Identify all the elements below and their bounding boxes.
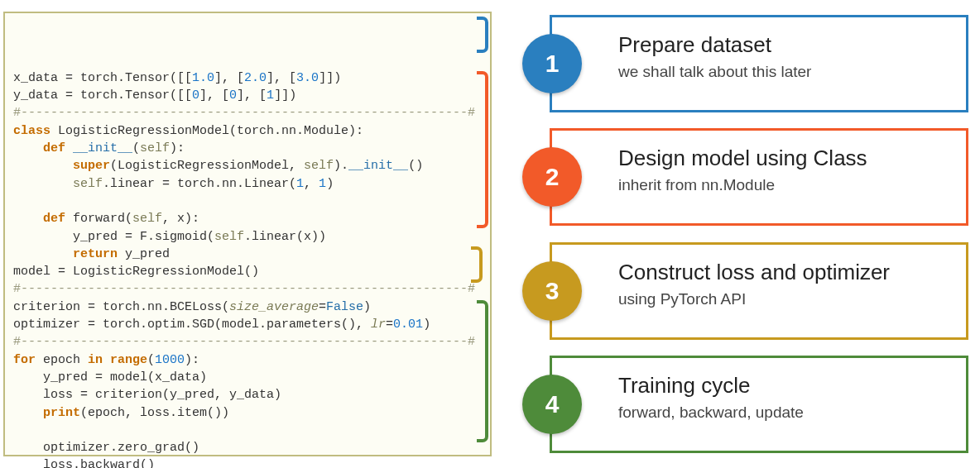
code-line: self.linear = torch.nn.Linear(1, 1) bbox=[13, 175, 483, 193]
step-prepare-dataset: 1 Prepare dataset we shall talk about th… bbox=[550, 15, 968, 112]
step-badge: 1 bbox=[522, 34, 582, 93]
code-line: for epoch in range(1000): bbox=[13, 351, 483, 369]
step-loss-optimizer: 3 Construct loss and optimizer using PyT… bbox=[550, 242, 968, 340]
code-line: optimizer.zero_grad() bbox=[13, 439, 483, 456]
step-badge: 4 bbox=[522, 375, 582, 434]
code-line: y_data = torch.Tensor([[0], [0], [1]]) bbox=[13, 87, 483, 104]
code-bracket bbox=[477, 17, 488, 53]
code-line: model = LogisticRegressionModel() bbox=[13, 263, 483, 280]
layout: x_data = torch.Tensor([[1.0], [2.0], [3.… bbox=[0, 0, 980, 468]
step-badge: 3 bbox=[522, 261, 582, 321]
code-line: y_pred = F.sigmoid(self.linear(x)) bbox=[13, 228, 483, 246]
code-line: print(epoch, loss.item()) bbox=[13, 404, 483, 422]
step-number: 2 bbox=[545, 163, 560, 191]
code-line: loss.backward() bbox=[13, 456, 483, 468]
code-line: y_pred = model(x_data) bbox=[13, 369, 483, 386]
code-line: super(LogisticRegressionModel, self).__i… bbox=[13, 157, 483, 174]
code-separator: #---------------------------------------… bbox=[13, 280, 483, 298]
step-title: Prepare dataset bbox=[618, 32, 953, 58]
step-subtitle: forward, backward, update bbox=[618, 404, 953, 422]
step-design-model: 2 Design model using Class inherit from … bbox=[550, 128, 968, 226]
code-separator: #---------------------------------------… bbox=[13, 104, 483, 122]
code-line bbox=[13, 422, 483, 439]
code-line bbox=[13, 193, 483, 210]
step-subtitle: inherit from nn.Module bbox=[618, 176, 953, 194]
step-title: Training cycle bbox=[618, 373, 953, 399]
steps-column: 1 Prepare dataset we shall talk about th… bbox=[492, 12, 970, 456]
step-title: Design model using Class bbox=[618, 146, 953, 171]
step-number: 3 bbox=[545, 277, 560, 305]
code-line: loss = criterion(y_pred, y_data) bbox=[13, 386, 483, 404]
code-line: def __init__(self): bbox=[13, 140, 483, 157]
code-separator: #---------------------------------------… bbox=[13, 333, 483, 351]
step-number: 4 bbox=[545, 390, 560, 418]
code-line: class LogisticRegressionModel(torch.nn.M… bbox=[13, 122, 483, 140]
code-line: def forward(self, x): bbox=[13, 210, 483, 227]
code-line: optimizer = torch.optim.SGD(model.parame… bbox=[13, 316, 483, 333]
code-line: return y_pred bbox=[13, 246, 483, 263]
step-title: Construct loss and optimizer bbox=[618, 260, 953, 285]
code-panel: x_data = torch.Tensor([[1.0], [2.0], [3.… bbox=[3, 12, 492, 456]
step-subtitle: we shall talk about this later bbox=[618, 63, 953, 81]
code-line: criterion = torch.nn.BCELoss(size_averag… bbox=[13, 298, 483, 316]
step-training-cycle: 4 Training cycle forward, backward, upda… bbox=[550, 356, 968, 453]
step-number: 1 bbox=[545, 50, 560, 78]
step-badge: 2 bbox=[522, 147, 582, 207]
step-subtitle: using PyTorch API bbox=[618, 290, 953, 308]
code-line: x_data = torch.Tensor([[1.0], [2.0], [3.… bbox=[13, 69, 483, 87]
